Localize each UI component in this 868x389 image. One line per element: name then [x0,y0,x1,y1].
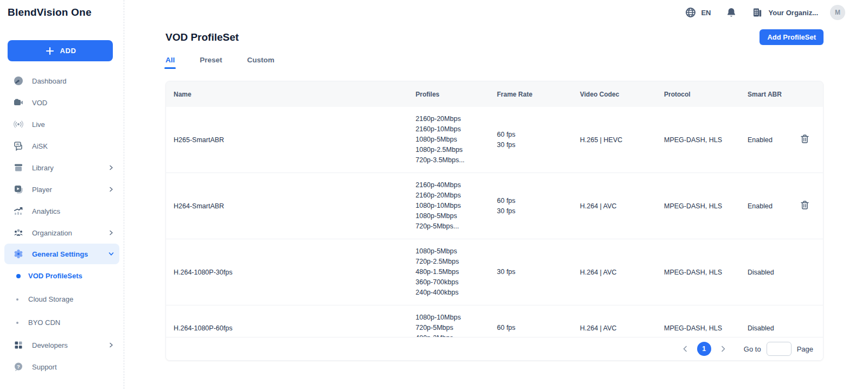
sidebar-item-support[interactable]: ? Support [0,356,124,378]
question-help-icon: ? [13,361,24,372]
bell-icon [725,7,737,18]
pagination-bar: 1 Go to Page [166,337,823,360]
sidebar-item-analytics[interactable]: Analytics [0,200,124,222]
sidebar-item-aisk[interactable]: AI AiSK [0,135,124,157]
tab-custom[interactable]: Custom [247,56,275,69]
sidebar-item-label: Live [32,120,115,129]
cell-profiles: 1080p-5Mbps720p-2.5Mbps480p-1.5Mbps360p-… [416,246,497,298]
bullet-icon [16,322,18,324]
go-to-label: Go to [744,345,761,353]
table-row[interactable]: H265-SmartABR 2160p-20Mbps2160p-10Mbps10… [166,107,823,173]
video-camera-icon [13,97,24,108]
sidebar-item-dashboard[interactable]: Dashboard [0,70,124,92]
sidebar-item-live[interactable]: Live [0,113,124,135]
profile-line: 240p-400kbps [416,288,497,298]
chevron-right-icon [107,229,115,237]
notifications-button[interactable] [723,4,739,21]
ai-chat-icon: AI [13,141,24,151]
sidebar-item-label: Organization [32,229,99,237]
previous-page-button[interactable] [679,342,692,355]
sidebar-item-label: VOD [32,99,115,107]
column-header-profiles: Profiles [416,91,497,98]
sidebar-item-label: Library [32,164,99,172]
sidebar-item-developers[interactable]: Developers [0,334,124,356]
profile-line: 720p-5Mbps... [416,221,497,232]
svg-text:?: ? [17,364,20,369]
sidebar-item-label: Dashboard [32,77,115,85]
tab-preset[interactable]: Preset [200,56,222,69]
tab-all[interactable]: All [165,56,175,69]
column-header-frame-rate: Frame Rate [497,91,580,98]
globe-icon [685,7,697,18]
page-number-button[interactable]: 1 [697,342,711,356]
next-page-button[interactable] [717,342,730,355]
column-header-protocol: Protocol [664,91,748,98]
sidebar-subitem-vod-profilesets[interactable]: VOD ProfileSets [0,264,124,288]
profile-line: 480p-2Mbps... [416,333,497,337]
sidebar-nav: Dashboard VOD Live [0,70,124,378]
chevron-right-icon [107,164,115,171]
chevron-right-icon [719,345,727,353]
language-label: EN [701,9,711,17]
analytics-chart-icon [13,206,24,216]
table-row[interactable]: H264-SmartABR 2160p-40Mbps2160p-20Mbps10… [166,173,823,239]
sidebar-item-player[interactable]: Player [0,178,124,200]
go-to-page-input[interactable] [767,342,792,356]
column-header-video-codec: Video Codec [580,91,664,98]
organization-switcher[interactable]: Your Organiz... [751,7,819,18]
sidebar-item-label: General Settings [32,250,99,258]
table-row[interactable]: H.264-1080P-30fps 1080p-5Mbps720p-2.5Mbp… [166,239,823,305]
chevron-left-icon [681,345,690,353]
sidebar-item-library[interactable]: Library [0,157,124,178]
sidebar-subitem-label: Cloud Storage [28,295,73,303]
chevron-down-icon [107,250,115,258]
profile-line: 480p-1.5Mbps [416,267,497,277]
sidebar-item-label: Support [32,363,115,371]
add-profileset-button[interactable]: Add ProfileSet [760,29,824,45]
profile-line: 2160p-20Mbps [416,114,497,124]
sidebar-item-label: Analytics [32,207,115,215]
cell-protocol: MPEG-DASH, HLS [664,136,748,144]
chevron-right-icon [107,186,115,193]
settings-gear-icon [13,248,24,259]
profile-line: 1080p-5Mbps [416,135,497,145]
sidebar-item-general-settings[interactable]: General Settings [4,244,119,264]
sidebar-item-label: Developers [32,341,99,349]
trash-icon [800,134,809,144]
sidebar-subitem-byo-cdn[interactable]: BYO CDN [0,311,124,334]
profile-line: 1080p-5Mbps [416,246,497,257]
cell-profiles: 1080p-10Mbps720p-5Mbps480p-2Mbps... [416,313,497,337]
bullet-icon [16,298,18,301]
profile-line: 2160p-10Mbps [416,124,497,135]
sidebar-item-vod[interactable]: VOD [0,92,124,113]
avatar[interactable]: M [830,5,845,20]
cell-protocol: MPEG-DASH, HLS [664,324,748,332]
cell-frame-rate: 60 fps30 fps [497,130,580,150]
table-row[interactable]: H.264-1080P-60fps 1080p-10Mbps720p-5Mbps… [166,305,823,337]
delete-button[interactable] [799,199,810,213]
add-button[interactable]: ADD [8,40,113,61]
sidebar-item-organization[interactable]: Organization [0,222,124,244]
cell-frame-rate: 60 fps30 fps [497,196,580,216]
chevron-right-icon [107,341,115,349]
cell-name: H264-SmartABR [166,202,416,210]
title-row: VOD ProfileSet Add ProfileSet [165,29,824,45]
frame-rate-line: 60 fps [497,323,580,333]
profile-line: 360p-700kbps [416,277,497,288]
profile-line: 2160p-20Mbps [416,190,497,201]
profileset-table: Name Profiles Frame Rate Video Codec Pro… [165,81,824,361]
sidebar-subitem-cloud-storage[interactable]: Cloud Storage [0,288,124,311]
profile-line: 1080p-2.5Mbps [416,145,497,155]
add-button-label: ADD [60,47,76,55]
dashboard-gauge-icon [13,75,24,86]
language-selector[interactable]: EN [685,7,711,18]
app-root: BlendVision One ADD Dashboard [0,0,868,389]
cell-video-codec: H.264 | AVC [580,202,664,210]
cell-video-codec: H.265 | HEVC [580,136,664,144]
delete-button[interactable] [799,133,810,146]
cell-smart-abr: Disabled [748,324,799,332]
active-bullet-icon [16,274,21,278]
cell-profiles: 2160p-40Mbps2160p-20Mbps1080p-10Mbps1080… [416,180,497,232]
cell-name: H265-SmartABR [166,136,416,144]
cell-profiles: 2160p-20Mbps2160p-10Mbps1080p-5Mbps1080p… [416,114,497,165]
